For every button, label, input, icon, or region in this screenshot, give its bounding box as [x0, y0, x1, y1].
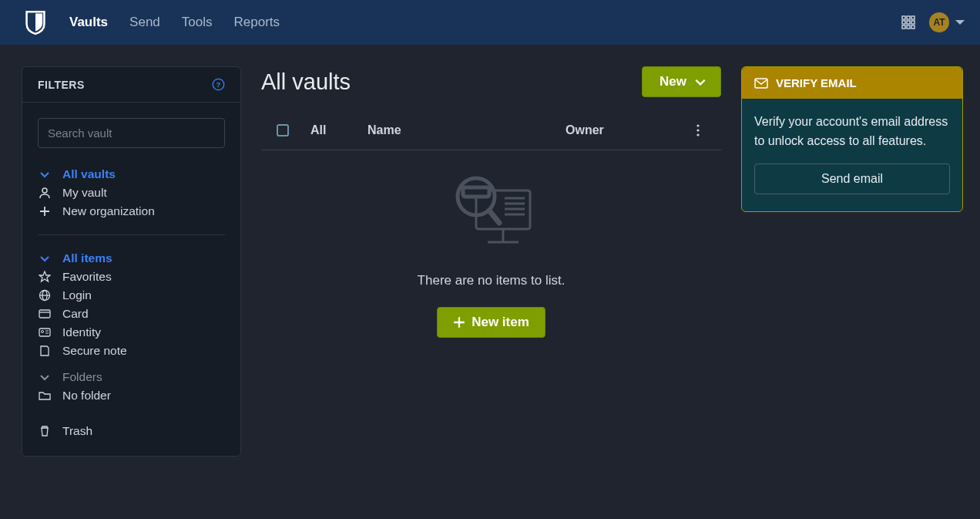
- plus-icon: [38, 206, 52, 217]
- filters-title: FILTERS: [38, 79, 85, 91]
- user-icon: [38, 187, 52, 199]
- note-icon: [38, 345, 52, 357]
- filter-label: Folders: [62, 370, 102, 384]
- filter-identity[interactable]: Identity: [38, 323, 225, 342]
- empty-illustration-icon: [434, 169, 549, 258]
- globe-icon: [38, 289, 52, 302]
- svg-rect-6: [902, 25, 905, 29]
- select-all-checkbox[interactable]: [277, 124, 289, 136]
- svg-rect-26: [463, 187, 489, 197]
- svg-point-11: [42, 188, 47, 193]
- svg-rect-1: [907, 16, 910, 19]
- empty-state: There are no items to list. New item: [261, 150, 721, 338]
- filters-panel: FILTERS ? All vaults My vault New organ: [22, 66, 241, 457]
- svg-rect-2: [911, 16, 915, 19]
- filter-login[interactable]: Login: [38, 286, 225, 305]
- chevron-down-icon: [955, 20, 965, 25]
- filter-label: Login: [62, 288, 92, 302]
- main-content: All vaults New All Name Owner: [261, 66, 721, 457]
- filter-card[interactable]: Card: [38, 305, 225, 323]
- filter-new-org[interactable]: New organization: [38, 202, 225, 221]
- filter-folders[interactable]: Folders: [38, 368, 225, 386]
- filter-label: All items: [62, 251, 112, 265]
- svg-point-18: [696, 129, 699, 131]
- column-all[interactable]: All: [310, 123, 368, 137]
- column-name[interactable]: Name: [368, 123, 566, 137]
- nav-vaults[interactable]: Vaults: [69, 15, 108, 30]
- avatar: AT: [929, 12, 949, 32]
- app-header: Vaults Send Tools Reports AT: [0, 0, 980, 45]
- svg-rect-14: [39, 310, 50, 318]
- send-email-button[interactable]: Send email: [754, 163, 950, 194]
- svg-rect-3: [902, 21, 905, 24]
- verify-body-text: Verify your account's email address to u…: [754, 113, 950, 151]
- button-label: New: [659, 74, 686, 89]
- apps-grid-icon[interactable]: [901, 15, 915, 29]
- header-right: AT: [901, 12, 965, 32]
- svg-rect-8: [911, 25, 915, 29]
- empty-text: There are no items to list.: [261, 273, 721, 288]
- new-item-button[interactable]: New item: [437, 307, 545, 338]
- filters-header: FILTERS ?: [22, 67, 240, 103]
- filter-favorites[interactable]: Favorites: [38, 268, 225, 286]
- table-header: All Name Owner: [261, 123, 721, 150]
- filter-label: Card: [62, 307, 89, 321]
- filter-label: New organization: [62, 204, 155, 218]
- verify-title: VERIFY EMAIL: [776, 76, 857, 89]
- plus-icon: [453, 316, 465, 329]
- filter-all-items[interactable]: All items: [38, 249, 225, 268]
- trash-icon: [38, 425, 52, 437]
- chevron-down-icon: [694, 76, 706, 88]
- nav-send[interactable]: Send: [129, 15, 160, 30]
- right-column: VERIFY EMAIL Verify your account's email…: [741, 66, 963, 457]
- filter-label: Trash: [62, 424, 92, 438]
- svg-rect-15: [39, 329, 50, 336]
- filter-label: No folder: [62, 389, 111, 403]
- verify-email-header: VERIFY EMAIL: [742, 67, 962, 99]
- column-owner[interactable]: Owner: [566, 123, 696, 137]
- verify-email-card: VERIFY EMAIL Verify your account's email…: [741, 66, 963, 212]
- kebab-menu-icon[interactable]: [696, 124, 712, 136]
- svg-rect-4: [907, 21, 910, 24]
- mail-icon: [754, 78, 768, 89]
- divider: [38, 234, 225, 235]
- star-icon: [38, 271, 52, 283]
- filter-all-vaults[interactable]: All vaults: [38, 165, 225, 184]
- svg-point-17: [696, 124, 699, 126]
- nav-reports[interactable]: Reports: [233, 15, 280, 30]
- filter-my-vault[interactable]: My vault: [38, 184, 225, 202]
- chevron-down-icon: [38, 372, 52, 383]
- filter-label: Identity: [62, 325, 101, 339]
- svg-point-19: [696, 133, 699, 136]
- button-label: New item: [472, 315, 529, 330]
- folder-icon: [38, 389, 52, 402]
- new-button[interactable]: New: [642, 66, 721, 97]
- filter-label: My vault: [62, 186, 107, 200]
- account-menu[interactable]: AT: [929, 12, 965, 32]
- app-logo-icon: [25, 10, 46, 35]
- filter-label: Secure note: [62, 344, 127, 358]
- items-table: All Name Owner: [261, 123, 721, 338]
- id-icon: [38, 326, 52, 339]
- chevron-down-icon: [38, 253, 52, 264]
- svg-point-16: [42, 331, 44, 333]
- filter-secure-note[interactable]: Secure note: [38, 342, 225, 360]
- svg-rect-7: [907, 25, 910, 29]
- filter-label: Favorites: [62, 270, 112, 284]
- filter-no-folder[interactable]: No folder: [38, 386, 225, 405]
- svg-text:?: ?: [216, 81, 220, 89]
- svg-rect-0: [902, 16, 905, 19]
- filter-trash[interactable]: Trash: [38, 422, 225, 440]
- svg-rect-5: [911, 21, 915, 24]
- card-icon: [38, 308, 52, 320]
- page-title: All vaults: [261, 69, 351, 95]
- svg-rect-27: [755, 79, 767, 88]
- nav-tools[interactable]: Tools: [182, 15, 213, 30]
- filter-label: All vaults: [62, 167, 116, 181]
- search-input[interactable]: [38, 118, 225, 148]
- chevron-down-icon: [38, 169, 52, 180]
- main-nav: Vaults Send Tools Reports: [69, 15, 901, 30]
- help-icon[interactable]: ?: [212, 78, 225, 91]
